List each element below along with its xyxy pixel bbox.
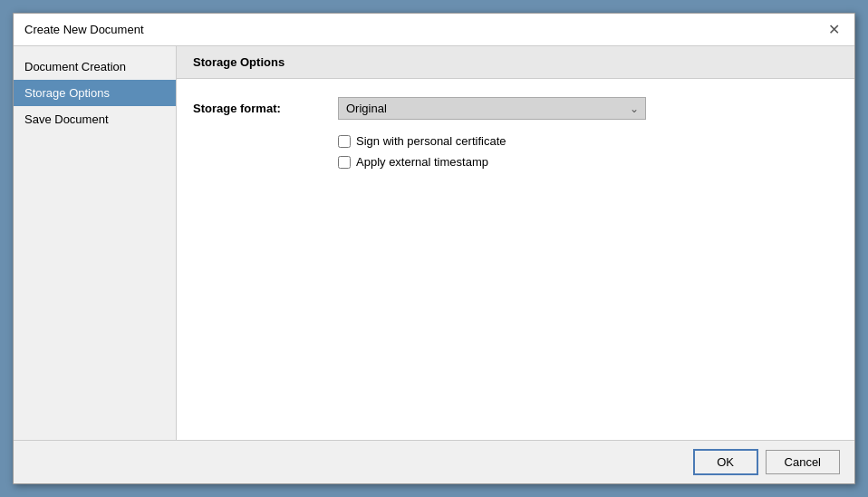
apply-timestamp-checkbox[interactable] [338,156,351,169]
section-header: Storage Options [177,46,854,79]
sidebar: Document Creation Storage Options Save D… [14,46,177,440]
cancel-button[interactable]: Cancel [766,450,840,474]
checkboxes-container: Sign with personal certificate Apply ext… [338,134,838,169]
apply-timestamp-row: Apply external timestamp [338,155,838,169]
section-title: Storage Options [193,55,285,69]
section-body: Storage format: Original ⌄ Sign with per… [177,79,854,440]
create-new-document-dialog: Create New Document ✕ Document Creation … [13,13,855,484]
storage-format-label: Storage format: [193,102,338,115]
sign-cert-row: Sign with personal certificate [338,134,838,148]
sign-cert-label[interactable]: Sign with personal certificate [356,134,506,148]
sidebar-item-save-document[interactable]: Save Document [14,106,176,132]
sidebar-item-storage-options[interactable]: Storage Options [14,80,176,106]
dialog-body: Document Creation Storage Options Save D… [14,46,854,440]
storage-format-select-wrapper: Original ⌄ [338,97,646,120]
storage-format-row: Storage format: Original ⌄ [193,97,838,120]
sidebar-item-document-creation[interactable]: Document Creation [14,54,176,80]
dialog-footer: OK Cancel [14,440,854,483]
dialog-title: Create New Document [24,23,144,36]
main-content: Storage Options Storage format: Original… [177,46,854,440]
storage-format-select[interactable]: Original [338,97,646,120]
close-button[interactable]: ✕ [825,23,844,37]
ok-button[interactable]: OK [693,449,758,475]
sign-cert-checkbox[interactable] [338,135,351,148]
apply-timestamp-label[interactable]: Apply external timestamp [356,155,488,169]
title-bar: Create New Document ✕ [14,14,854,46]
